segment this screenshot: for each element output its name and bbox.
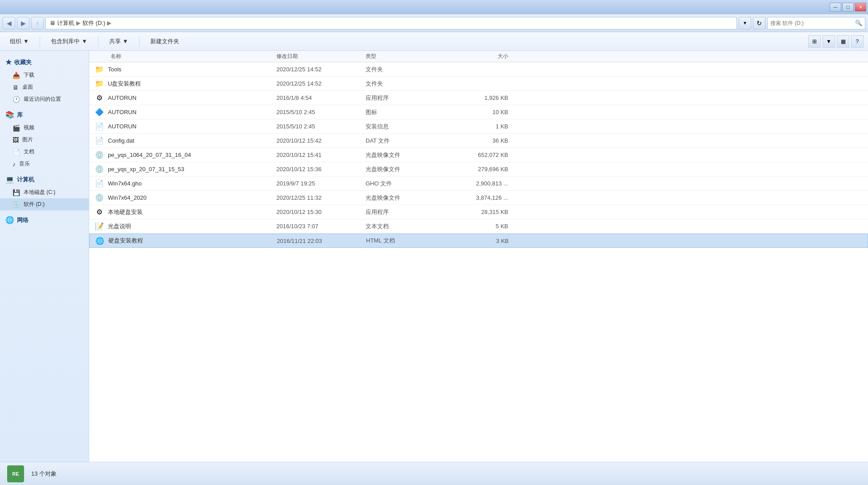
file-icon: 🌐 [95, 237, 105, 245]
file-icon: 🔷 [95, 108, 104, 116]
file-icon: 💿 [95, 193, 104, 202]
file-size-cell: 2,900,813 ... [446, 180, 517, 187]
share-button[interactable]: 共享 ▼ [104, 34, 134, 49]
file-date-cell: 2020/12/25 14:52 [276, 80, 366, 87]
organize-button[interactable]: 组织 ▼ [4, 34, 34, 49]
file-name-label: AUTORUN [108, 95, 136, 101]
path-computer[interactable]: 计算机 [57, 19, 74, 27]
column-date[interactable]: 修改日期 [276, 53, 366, 60]
file-type-cell: 光盘映像文件 [366, 151, 446, 159]
network-icon: 🌐 [5, 216, 14, 224]
sidebar-header-library[interactable]: 📚 库 [0, 108, 89, 122]
file-icon: 💿 [95, 151, 104, 159]
view-buttons: ⊞ ▼ ▦ ? [808, 35, 864, 48]
table-row[interactable]: 💿 pe_yqs_xp_20_07_31_15_53 2020/10/12 15… [89, 162, 868, 177]
sidebar-item-documents[interactable]: 📄 文档 [0, 146, 89, 158]
up-button[interactable]: ↑ [31, 17, 44, 29]
downloads-icon: 📥 [12, 72, 20, 79]
address-bar: ◀ ▶ ↑ 🖥 计算机 ▶ 软件 (D:) ▶ ▼ ↻ 🔍 [0, 14, 868, 32]
sidebar-item-drive-c[interactable]: 💾 本地磁盘 (C:) [0, 186, 89, 198]
file-list-header: 名称 修改日期 类型 大小 [89, 51, 868, 62]
table-row[interactable]: 📝 光盘说明 2016/10/23 7:07 文本文档 5 KB [89, 219, 868, 234]
file-name-label: Win7x64_2020 [108, 194, 147, 201]
toolbar-separator-2 [98, 36, 99, 47]
sidebar-header-favorites[interactable]: ★ 收藏夹 [0, 55, 89, 69]
music-icon: ♪ [12, 160, 16, 168]
new-folder-button[interactable]: 新建文件夹 [145, 34, 185, 49]
file-date-cell: 2020/10/12 15:42 [276, 137, 366, 144]
table-row[interactable]: 💿 pe_yqs_1064_20_07_31_16_04 2020/10/12 … [89, 148, 868, 162]
table-row[interactable]: 📄 Win7x64.gho 2019/9/7 19:25 GHO 文件 2,90… [89, 177, 868, 191]
share-dropdown-icon: ▼ [123, 38, 128, 45]
table-row[interactable]: 📁 U盘安装教程 2020/12/25 14:52 文件夹 [89, 77, 868, 91]
file-size-cell: 1,926 KB [446, 95, 517, 101]
search-icon[interactable]: 🔍 [855, 20, 862, 26]
address-dropdown[interactable]: ▼ [739, 17, 751, 29]
path-icon: 🖥 [49, 20, 55, 26]
file-size-cell: 1 KB [446, 123, 517, 130]
help-button[interactable]: ? [851, 35, 864, 48]
refresh-button[interactable]: ↻ [753, 17, 765, 29]
sidebar-item-music[interactable]: ♪ 音乐 [0, 158, 89, 170]
file-type-cell: 光盘映像文件 [366, 165, 446, 173]
table-row[interactable]: 🌐 硬盘安装教程 2016/11/21 22:03 HTML 文档 3 KB [89, 234, 868, 248]
sidebar-item-recent[interactable]: 🕐 最近访问的位置 [0, 93, 89, 105]
table-row[interactable]: 💿 Win7x64_2020 2020/12/25 11:32 光盘映像文件 3… [89, 191, 868, 205]
sidebar-header-network[interactable]: 🌐 网络 [0, 213, 89, 227]
status-bar: RE 13 个对象 [0, 462, 868, 485]
share-label: 共享 [109, 37, 121, 45]
include-library-button[interactable]: 包含到库中 ▼ [45, 34, 93, 49]
column-name[interactable]: 名称 [89, 53, 276, 60]
file-date-cell: 2016/1/8 4:54 [276, 95, 366, 101]
column-size[interactable]: 大小 [446, 53, 517, 60]
table-row[interactable]: ⚙ AUTORUN 2016/1/8 4:54 应用程序 1,926 KB [89, 91, 868, 105]
sidebar-item-downloads[interactable]: 📥 下载 [0, 69, 89, 81]
view-dropdown-button[interactable]: ▼ [823, 35, 835, 48]
column-type[interactable]: 类型 [366, 53, 446, 60]
back-button[interactable]: ◀ [3, 17, 15, 29]
toolbar: 组织 ▼ 包含到库中 ▼ 共享 ▼ 新建文件夹 ⊞ ▼ ▦ ? [0, 32, 868, 51]
table-row[interactable]: 🔷 AUTORUN 2015/5/10 2:45 图标 10 KB [89, 105, 868, 119]
file-name-cell: 📁 Tools [89, 65, 276, 74]
table-row[interactable]: ⚙ 本地硬盘安装 2020/10/12 15:30 应用程序 28,315 KB [89, 205, 868, 219]
file-name-cell: 📄 AUTORUN [89, 122, 276, 131]
computer-label: 计算机 [17, 176, 34, 184]
pictures-icon: 🖼 [12, 136, 19, 144]
sidebar-header-computer[interactable]: 💻 计算机 [0, 173, 89, 186]
window-controls: ─ □ ✕ [830, 3, 866, 12]
file-name-label: Win7x64.gho [108, 180, 142, 187]
minimize-button[interactable]: ─ [830, 3, 841, 12]
documents-icon: 📄 [12, 148, 20, 156]
new-folder-label: 新建文件夹 [150, 37, 179, 45]
address-path[interactable]: 🖥 计算机 ▶ 软件 (D:) ▶ [45, 17, 737, 29]
logo-text: RE [12, 471, 19, 477]
view-toggle-button[interactable]: ⊞ [808, 35, 821, 48]
file-type-cell: 应用程序 [366, 208, 446, 216]
sidebar-item-video[interactable]: 🎬 视频 [0, 122, 89, 134]
forward-button[interactable]: ▶ [17, 17, 29, 29]
path-drive[interactable]: 软件 (D:) [82, 19, 105, 27]
close-button[interactable]: ✕ [855, 3, 866, 12]
sidebar-item-desktop[interactable]: 🖥 桌面 [0, 81, 89, 93]
sidebar-section-computer: 💻 计算机 💾 本地磁盘 (C:) 💿 软件 (D:) [0, 173, 89, 210]
table-row[interactable]: 📄 Config.dat 2020/10/12 15:42 DAT 文件 36 … [89, 134, 868, 148]
file-name-cell: 📄 Win7x64.gho [89, 179, 276, 188]
file-type-cell: 图标 [366, 108, 446, 116]
sidebar-item-drive-d[interactable]: 💿 软件 (D:) [0, 198, 89, 210]
file-type-cell: 文件夹 [366, 66, 446, 74]
path-separator-1: ▶ [76, 20, 81, 26]
maximize-button[interactable]: □ [842, 3, 854, 12]
file-area: 名称 修改日期 类型 大小 📁 Tools 2020/12/25 14:52 文… [89, 51, 868, 462]
include-label: 包含到库中 [51, 37, 80, 45]
sidebar-item-pictures[interactable]: 🖼 图片 [0, 134, 89, 146]
preview-button[interactable]: ▦ [837, 35, 849, 48]
file-size-cell: 652,072 KB [446, 152, 517, 158]
file-name-cell: 📝 光盘说明 [89, 222, 276, 230]
file-name-cell: 💿 pe_yqs_xp_20_07_31_15_53 [89, 165, 276, 173]
toolbar-separator-3 [139, 36, 140, 47]
table-row[interactable]: 📄 AUTORUN 2015/5/10 2:45 安装信息 1 KB [89, 119, 868, 134]
search-input[interactable] [770, 20, 853, 26]
include-dropdown-icon: ▼ [82, 38, 87, 45]
file-icon: 📝 [95, 222, 104, 230]
table-row[interactable]: 📁 Tools 2020/12/25 14:52 文件夹 [89, 62, 868, 77]
